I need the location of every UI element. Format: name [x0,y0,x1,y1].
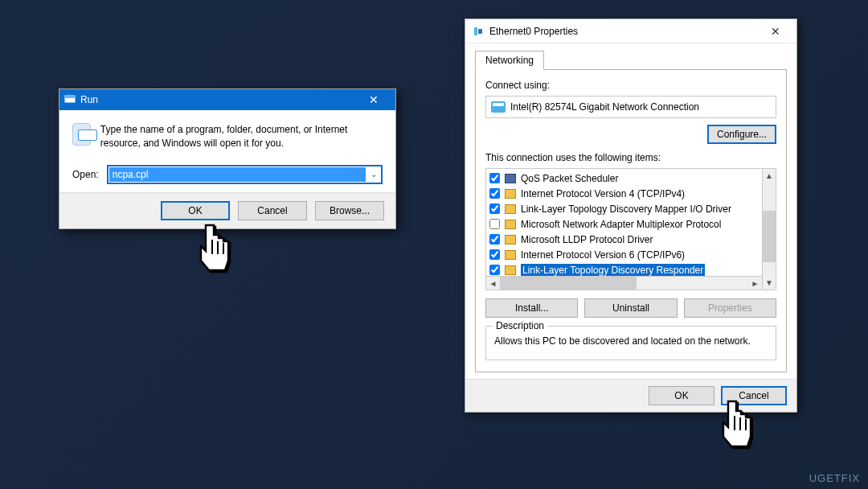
properties-button[interactable]: Properties [684,298,776,318]
run-title-icon [64,93,76,107]
scroll-left-icon[interactable]: ◄ [486,279,500,288]
description-fieldset: Description Allows this PC to be discove… [485,326,776,360]
item-checkbox[interactable] [489,249,500,260]
item-label: Internet Protocol Version 6 (TCP/IPv6) [521,249,685,261]
tab-networking[interactable]: Networking [475,51,544,70]
connection-item[interactable]: Link-Layer Topology Discovery Mapper I/O… [488,201,760,216]
chevron-down-icon[interactable]: ⌄ [366,170,381,179]
network-adapter-icon [472,25,485,38]
run-close-button[interactable]: ✕ [357,91,391,109]
v-scroll-thumb[interactable] [763,211,776,262]
run-dialog: Run ✕ Type the name of a program, folder… [59,88,396,229]
svg-rect-1 [65,96,75,98]
protocol-icon [505,250,516,260]
props-close-button[interactable]: ✕ [761,23,790,40]
run-browse-button[interactable]: Browse... [315,201,384,220]
ethernet-properties-dialog: Ethernet0 Properties ✕ Networking Connec… [465,18,797,413]
protocol-icon [505,204,516,214]
run-app-icon [72,123,91,146]
protocol-icon [505,235,516,244]
svg-rect-3 [478,29,482,34]
item-checkbox[interactable] [489,188,500,199]
run-body: Type the name of a program, folder, docu… [59,110,395,192]
item-checkbox[interactable] [489,234,500,244]
cursor-pointer-icon [193,222,235,273]
connection-item[interactable]: Link-Layer Topology Discovery Responder [488,262,760,276]
svg-rect-2 [474,27,477,35]
configure-button[interactable]: Configure... [707,125,776,144]
vertical-scrollbar[interactable]: ▲ ▼ [762,169,776,290]
item-checkbox[interactable] [489,203,500,214]
props-title: Ethernet0 Properties [489,26,578,37]
props-cancel-button[interactable]: Cancel [721,386,787,405]
item-checkbox[interactable] [489,219,500,229]
install-button[interactable]: Install... [485,298,578,318]
item-checkbox[interactable] [489,173,500,183]
close-icon: ✕ [369,93,379,106]
item-label: Microsoft Network Adapter Multiplexor Pr… [521,219,721,230]
run-titlebar[interactable]: Run ✕ [59,89,395,110]
scroll-up-icon[interactable]: ▲ [763,169,776,183]
tab-panel-networking: Connect using: Intel(R) 82574L Gigabit N… [475,69,787,372]
scroll-right-icon[interactable]: ► [748,279,762,288]
protocol-icon [505,220,516,229]
item-label: Link-Layer Topology Discovery Responder [521,264,705,277]
horizontal-scrollbar[interactable]: ◄ ► [486,276,762,290]
run-title: Run [80,94,98,105]
run-cancel-button[interactable]: Cancel [238,201,307,220]
adapter-display: Intel(R) 82574L Gigabit Network Connecti… [485,96,776,118]
props-titlebar[interactable]: Ethernet0 Properties ✕ [465,19,796,43]
uninstall-button[interactable]: Uninstall [584,298,677,318]
connection-item[interactable]: Microsoft LLDP Protocol Driver [488,232,760,247]
connection-items-list[interactable]: QoS Packet SchedulerInternet Protocol Ve… [486,169,762,276]
connection-item[interactable]: Internet Protocol Version 6 (TCP/IPv6) [488,247,760,262]
props-ok-button[interactable]: OK [649,386,714,405]
adapter-name: Intel(R) 82574L Gigabit Network Connecti… [510,101,699,113]
props-footer: OK Cancel [465,379,796,412]
qos-icon [505,174,516,183]
connection-item[interactable]: QoS Packet Scheduler [488,171,760,186]
connection-item[interactable]: Internet Protocol Version 4 (TCP/IPv4) [488,186,760,201]
scroll-down-icon[interactable]: ▼ [763,276,776,290]
run-open-label: Open: [72,169,99,180]
run-input-combobox[interactable]: ⌄ [107,165,383,184]
run-description: Type the name of a program, folder, docu… [100,123,383,150]
connect-using-label: Connect using: [485,80,776,91]
description-legend: Description [493,320,547,331]
protocol-icon [505,189,516,199]
item-checkbox[interactable] [489,265,500,275]
h-scroll-thumb[interactable] [500,277,637,290]
connection-item[interactable]: Microsoft Network Adapter Multiplexor Pr… [488,216,760,232]
item-label: Microsoft LLDP Protocol Driver [521,234,653,245]
item-label: Link-Layer Topology Discovery Mapper I/O… [521,203,731,215]
watermark: UGETFIX [809,472,860,484]
run-open-input[interactable] [109,167,366,182]
item-label: Internet Protocol Version 4 (TCP/IPv4) [521,188,685,199]
description-text: Allows this PC to be discovered and loca… [494,335,768,348]
run-button-bar: OK Cancel Browse... [59,192,395,228]
run-ok-button[interactable]: OK [161,201,230,220]
close-icon: ✕ [771,25,780,38]
connection-items-box: QoS Packet SchedulerInternet Protocol Ve… [485,168,776,290]
items-label: This connection uses the following items… [485,152,776,163]
tab-strip: Networking [475,47,787,69]
protocol-icon [505,265,516,275]
nic-icon [491,101,506,113]
item-label: QoS Packet Scheduler [521,173,618,184]
